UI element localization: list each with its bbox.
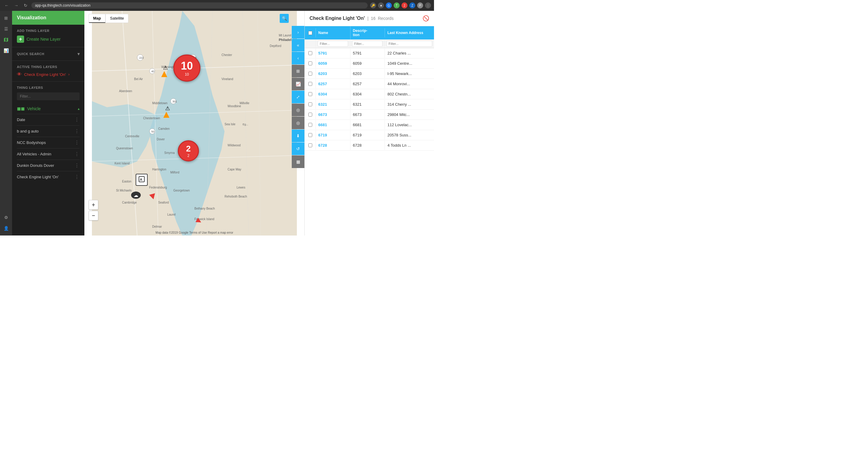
hide-panel-button[interactable]: 🚫 bbox=[423, 15, 429, 22]
ext2-icon[interactable]: T bbox=[394, 2, 400, 8]
sidebar-list[interactable]: ☰ bbox=[1, 24, 11, 34]
table-row[interactable]: 6728 6728 4 Todds Ln ... bbox=[305, 140, 434, 150]
table-row[interactable]: 6681 6681 112 Lovelac... bbox=[305, 120, 434, 130]
row-checkbox[interactable] bbox=[305, 120, 315, 130]
layer-item-menu-icon[interactable]: ⋮ bbox=[74, 117, 80, 123]
table-row[interactable]: 6321 6321 314 Cherry ... bbox=[305, 99, 434, 110]
tab-map[interactable]: Map bbox=[89, 14, 105, 23]
table-row[interactable]: 6673 6673 29804 Mitc... bbox=[305, 110, 434, 120]
row-checkbox[interactable] bbox=[305, 130, 315, 140]
row-checkbox[interactable] bbox=[305, 59, 315, 68]
table-row[interactable]: 6719 6719 20578 Suss... bbox=[305, 130, 434, 140]
refresh-map-button[interactable]: ↺ bbox=[292, 142, 304, 155]
table-row[interactable]: 6059 6059 1049 Centre... bbox=[305, 59, 434, 69]
zoom-out-button[interactable]: − bbox=[89, 211, 98, 221]
row-checkbox[interactable] bbox=[305, 110, 315, 120]
row-checkbox[interactable] bbox=[305, 79, 315, 89]
sidebar-map[interactable] bbox=[1, 35, 11, 44]
sidebar-user[interactable]: 👤 bbox=[1, 224, 11, 233]
table-row[interactable]: 6203 6203 I-95 Newark... bbox=[305, 69, 434, 79]
collapse-button[interactable]: « bbox=[292, 39, 304, 52]
filter-address-cell[interactable] bbox=[384, 39, 434, 48]
stats-button[interactable]: ▦ bbox=[292, 156, 304, 168]
filter-name-cell[interactable] bbox=[315, 39, 350, 48]
refresh-button[interactable]: ↻ bbox=[22, 2, 29, 8]
expand-right-button[interactable]: › bbox=[292, 26, 304, 38]
filter-desc-input[interactable] bbox=[352, 41, 382, 47]
sidebar-settings[interactable]: ⚙ bbox=[1, 213, 11, 222]
ext1-icon[interactable]: G bbox=[386, 2, 392, 8]
layer-item-menu-icon[interactable]: ⋮ bbox=[74, 151, 80, 157]
row-checkbox[interactable] bbox=[305, 48, 315, 58]
gps-button[interactable]: ◎ bbox=[292, 116, 304, 129]
layer-item[interactable]: Date ⋮ bbox=[17, 114, 80, 125]
thing-layers-filter[interactable] bbox=[17, 93, 80, 100]
row-select[interactable] bbox=[308, 102, 312, 106]
row-checkbox[interactable] bbox=[305, 89, 315, 99]
download-button[interactable]: ⬇ bbox=[292, 130, 304, 142]
back-button[interactable]: ← bbox=[3, 2, 10, 8]
filter-desc-cell[interactable] bbox=[350, 39, 384, 48]
layer-item-menu-icon[interactable]: ⋮ bbox=[74, 174, 80, 180]
filter-address-input[interactable] bbox=[386, 41, 432, 47]
profile-icon[interactable]: P bbox=[417, 2, 423, 8]
layer-item-menu-icon[interactable]: ⋮ bbox=[74, 128, 80, 134]
select-all-checkbox[interactable] bbox=[308, 31, 312, 35]
active-layer-item[interactable]: 👁 Check Engine Light 'On' › bbox=[17, 72, 80, 77]
row-select[interactable] bbox=[308, 123, 312, 127]
fullscreen-button[interactable]: ⤢ bbox=[292, 91, 304, 103]
zoom-in-button[interactable]: + bbox=[89, 200, 98, 210]
row-select[interactable] bbox=[308, 82, 312, 86]
vehicle-group-header[interactable]: ◼◼ Vehicle ▴ bbox=[17, 103, 80, 114]
layer-item[interactable]: NCC Bodyshops ⋮ bbox=[17, 137, 80, 148]
quick-search-section[interactable]: QUICK SEARCH ▾ bbox=[12, 47, 84, 61]
row-select[interactable] bbox=[308, 143, 312, 147]
row-checkbox[interactable] bbox=[305, 69, 315, 78]
sidebar-chart[interactable]: 📊 bbox=[1, 46, 11, 56]
sidebar-dashboard[interactable]: ⊞ bbox=[1, 13, 11, 23]
layer-item-label: Date bbox=[17, 117, 25, 122]
tab-satellite[interactable]: Satellite bbox=[105, 14, 128, 23]
row-select[interactable] bbox=[308, 133, 312, 137]
cluster-marker-small[interactable]: 2 2 bbox=[178, 140, 199, 161]
map-search-button[interactable]: 🔍 bbox=[280, 14, 289, 23]
layer-item[interactable]: Check Engine Light 'On' ⋮ bbox=[17, 171, 80, 182]
key-icon[interactable]: 🔑 bbox=[370, 2, 376, 8]
forward-button[interactable]: → bbox=[13, 2, 20, 8]
row-select[interactable] bbox=[308, 113, 312, 116]
table-row[interactable]: 6304 6304 802 Chestn... bbox=[305, 89, 434, 99]
map-container[interactable]: Wilmington Bel Air Aberdeen Chester Vine… bbox=[84, 11, 304, 236]
warning-marker-1[interactable]: ⚠ bbox=[161, 71, 167, 77]
cloud-icon[interactable]: ☁ bbox=[131, 192, 141, 199]
row-select[interactable] bbox=[308, 72, 312, 76]
th-checkbox[interactable] bbox=[305, 28, 315, 38]
url-bar[interactable]: app-qa.thingtech.com/visualization bbox=[31, 2, 368, 8]
table-row[interactable]: 5791 5791 22 Charles ... bbox=[305, 48, 434, 59]
layer-item[interactable]: Dunkin Donuts Dover ⋮ bbox=[17, 160, 80, 171]
font-tool[interactable]: A bbox=[135, 174, 148, 186]
layer-item-menu-icon[interactable]: ⋮ bbox=[74, 163, 80, 168]
row-select[interactable] bbox=[308, 92, 312, 96]
collapse-left-button[interactable]: ‹ bbox=[292, 52, 304, 64]
row-checkbox[interactable] bbox=[305, 140, 315, 150]
location-button[interactable]: ◎ bbox=[292, 104, 304, 116]
ext4-icon[interactable]: Z bbox=[409, 2, 415, 8]
table-row[interactable]: 6257 6257 44 Monrovi... bbox=[305, 79, 434, 89]
create-new-layer-button[interactable]: + Create New Layer bbox=[17, 36, 80, 43]
chart-view-button[interactable]: 📈 bbox=[292, 78, 304, 90]
filter-name-input[interactable] bbox=[318, 41, 348, 47]
cluster-marker-large[interactable]: 10 10 bbox=[173, 55, 200, 81]
layer-item[interactable]: All Vehicles - Admin ⋮ bbox=[17, 148, 80, 160]
star-icon[interactable]: ★ bbox=[378, 2, 384, 8]
row-checkbox[interactable] bbox=[305, 99, 315, 109]
menu-icon[interactable]: ⋮ bbox=[425, 2, 431, 8]
layer-item[interactable]: b and g auto ⋮ bbox=[17, 125, 80, 137]
ext3-icon[interactable]: 2 bbox=[401, 2, 407, 8]
grid-view-button[interactable]: ⊞ bbox=[292, 65, 304, 77]
row-select[interactable] bbox=[308, 61, 312, 65]
quick-search-row[interactable]: QUICK SEARCH ▾ bbox=[17, 52, 80, 56]
row-select[interactable] bbox=[308, 51, 312, 55]
map-tabs[interactable]: Map Satellite bbox=[89, 14, 128, 23]
warning-marker-2[interactable]: ⚠ bbox=[163, 112, 169, 118]
layer-item-menu-icon[interactable]: ⋮ bbox=[74, 140, 80, 145]
